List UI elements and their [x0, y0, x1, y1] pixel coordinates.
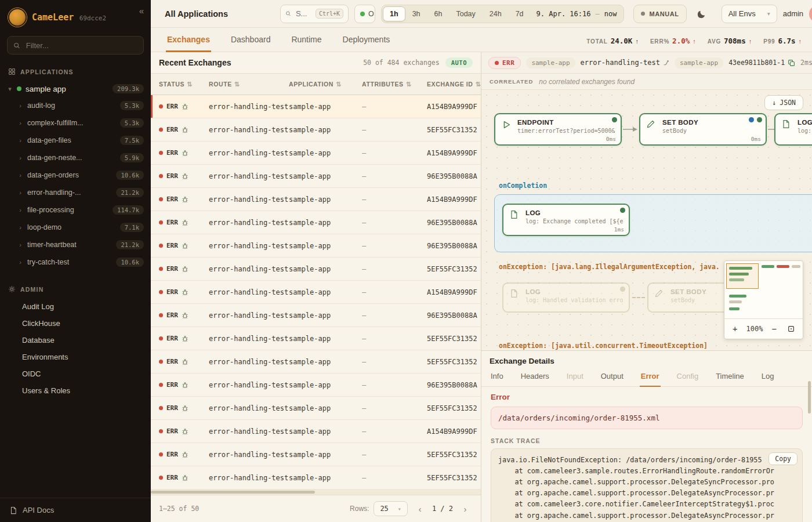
search-input[interactable] — [295, 9, 312, 19]
time-range-button[interactable]: 1h — [383, 6, 405, 21]
column-header[interactable]: EXCHANGE ID ⇅ — [427, 81, 481, 88]
column-header[interactable]: APPLICATION ⇅ — [289, 81, 362, 88]
sidebar-route-item[interactable]: › error-handling-... 21.2k — [0, 184, 151, 201]
table-row[interactable]: ERR error-handling-test sample-app — 5EF… — [151, 350, 481, 374]
sidebar-admin-item[interactable]: OIDC — [0, 365, 151, 382]
minimap-viewport[interactable] — [726, 263, 759, 289]
errors-only-toggle[interactable]: O — [354, 5, 375, 23]
time-range-button[interactable]: 24h — [483, 6, 509, 21]
details-tab[interactable]: Log — [760, 368, 775, 387]
sidebar-route-item[interactable]: › try-catch-test 10.6k — [0, 253, 151, 271]
flow-canvas[interactable]: ↓ JSON ENDPOINT timer:errorTest?period=5… — [481, 90, 812, 350]
nav-tab[interactable]: Runtime — [290, 29, 322, 52]
time-range-button[interactable]: 7d — [509, 6, 531, 21]
flow-node-setbody[interactable]: SET BODY setBody 0ms — [639, 113, 767, 146]
fit-view-button[interactable] — [785, 324, 797, 334]
download-json-button[interactable]: ↓ JSON — [764, 95, 803, 110]
time-range-button[interactable]: 6h — [427, 6, 449, 21]
sidebar-admin-item[interactable]: Database — [0, 332, 151, 349]
table-row[interactable]: ERR error-handling-test sample-app — 5EF… — [151, 466, 481, 490]
recent-exchanges-panel: Recent Exchanges 50 of 484 exchanges AUT… — [151, 52, 481, 522]
time-range-display[interactable]: 9. Apr. 16:16 — now — [531, 10, 623, 18]
sidebar-route-item[interactable]: › file-processing 114.7k — [0, 201, 151, 219]
nav-tab[interactable]: Dashboard — [230, 29, 272, 52]
dashed-connector — [632, 297, 645, 298]
application-cell: sample-app — [289, 242, 362, 250]
auto-refresh-badge[interactable]: AUTO — [445, 57, 473, 68]
nav-tab[interactable]: Exchanges — [166, 29, 211, 52]
scrollbar-thumb[interactable] — [151, 491, 315, 494]
node-selected-dot — [749, 117, 754, 122]
details-tab[interactable]: Headers — [520, 368, 550, 387]
nav-tab[interactable]: Deployments — [342, 29, 392, 52]
column-header[interactable]: STATUS ⇅ — [159, 81, 209, 88]
details-tab[interactable]: Info — [490, 368, 505, 387]
exchange-id: 43ee9811b801-1 — [728, 59, 795, 67]
table-row[interactable]: ERR error-handling-test sample-app — 96E… — [151, 165, 481, 188]
copy-icon[interactable] — [788, 59, 795, 67]
sidebar-admin-item[interactable]: Audit Log — [0, 298, 151, 315]
dark-mode-toggle[interactable] — [693, 5, 711, 23]
details-tab[interactable]: Error — [640, 368, 661, 387]
details-tab[interactable]: Input — [566, 368, 585, 387]
refresh-mode-button[interactable]: MANUAL — [633, 5, 686, 23]
zoom-out-button[interactable]: − — [769, 323, 778, 335]
sidebar-route-item[interactable]: › data-gen-files 7.5k — [0, 132, 151, 149]
flow-node-log[interactable]: LOG log: Sta — [774, 113, 812, 146]
sidebar-admin-item[interactable]: ClickHouse — [0, 315, 151, 332]
flow-node-exception-log[interactable]: LOG log: Handled validation error: ${exc… — [502, 282, 630, 313]
avatar[interactable]: AD — [809, 5, 812, 23]
column-header[interactable]: ROUTE ⇅ — [209, 81, 289, 88]
sidebar-route-item[interactable]: › loop-demo 7.1k — [0, 219, 151, 236]
table-row[interactable]: ERR error-handling-test sample-app — 96E… — [151, 234, 481, 258]
details-tab[interactable]: Config — [676, 368, 700, 387]
exchange-summary-header: ERR sample-app error-handling-test sampl… — [481, 52, 812, 74]
api-docs-link[interactable]: API Docs — [0, 498, 151, 522]
sidebar-admin-item[interactable]: Environments — [0, 349, 151, 365]
sidebar-collapse-button[interactable]: « — [139, 6, 144, 16]
table-row[interactable]: ERR error-handling-test sample-app — 96E… — [151, 374, 481, 397]
table-row[interactable]: ERR error-handling-test sample-app — 96E… — [151, 304, 481, 327]
table-row[interactable]: ERR error-handling-test sample-app — 5EF… — [151, 443, 481, 466]
sidebar-admin-item[interactable]: Users & Roles — [0, 382, 151, 399]
flow-node-endpoint[interactable]: ENDPOINT timer:errorTest?period=5000&del… — [494, 113, 622, 146]
sidebar-route-item[interactable]: › complex-fulfillm... 5.3k — [0, 114, 151, 132]
table-row[interactable]: ERR error-handling-test sample-app — 5EF… — [151, 327, 481, 350]
sidebar-route-item[interactable]: › data-gen-neste... 5.9k — [0, 149, 151, 166]
table-row[interactable]: ERR error-handling-test sample-app — 5EF… — [151, 118, 481, 142]
prev-page-button[interactable]: ‹ — [412, 501, 427, 516]
route-count-badge: 7.1k — [120, 223, 144, 232]
details-tab[interactable]: Timeline — [715, 368, 745, 387]
details-tab[interactable]: Output — [600, 368, 625, 387]
filter-input[interactable] — [25, 41, 137, 50]
next-page-button[interactable]: › — [458, 501, 473, 516]
table-row[interactable]: ERR error-handling-test sample-app — 5EF… — [151, 397, 481, 420]
table-row[interactable]: ERR error-handling-test sample-app — A15… — [151, 142, 481, 165]
flow-minimap[interactable]: + 100% − — [724, 260, 803, 339]
environment-select[interactable]: All Envs ▾ — [722, 5, 777, 23]
table-row[interactable]: ERR error-handling-test sample-app — A15… — [151, 188, 481, 211]
sidebar-route-item[interactable]: › data-gen-orders 10.6k — [0, 166, 151, 184]
time-range-button[interactable]: Today — [449, 6, 482, 21]
sidebar-app-sample-app[interactable]: ▾ sample app 209.3k — [0, 81, 151, 97]
horizontal-scrollbar[interactable] — [151, 490, 481, 495]
sidebar-route-item[interactable]: › audit-log 5.3k — [0, 97, 151, 114]
bug-icon — [182, 266, 188, 273]
sidebar-filter[interactable] — [7, 36, 144, 55]
global-search[interactable]: Ctrl+K — [280, 5, 349, 23]
copy-button[interactable]: Copy — [768, 452, 798, 465]
sidebar-route-item[interactable]: › timer-heartbeat 21.2k — [0, 236, 151, 253]
table-row[interactable]: ERR error-handling-test sample-app — A15… — [151, 281, 481, 304]
application-cell: sample-app — [289, 381, 362, 389]
route-name[interactable]: error-handling-test — [581, 59, 669, 67]
rows-per-page-select[interactable]: 25 ▾ — [374, 501, 407, 516]
table-row[interactable]: ERR error-handling-test sample-app — 5EF… — [151, 258, 481, 281]
time-range-button[interactable]: 3h — [405, 6, 427, 21]
zoom-in-button[interactable]: + — [730, 323, 740, 335]
table-row[interactable]: ERR error-handling-test sample-app — A15… — [151, 420, 481, 443]
table-row[interactable]: ERR error-handling-test sample-app — 96E… — [151, 211, 481, 234]
table-row[interactable]: ERR error-handling-test sample-app — A15… — [151, 95, 481, 118]
flow-node-oncompletion-log[interactable]: LOG log: Exchange completed [${exchan 1m… — [502, 204, 630, 236]
details-scrollbar[interactable] — [808, 381, 811, 414]
column-header[interactable]: ATTRIBUTES ⇅ — [362, 81, 427, 88]
